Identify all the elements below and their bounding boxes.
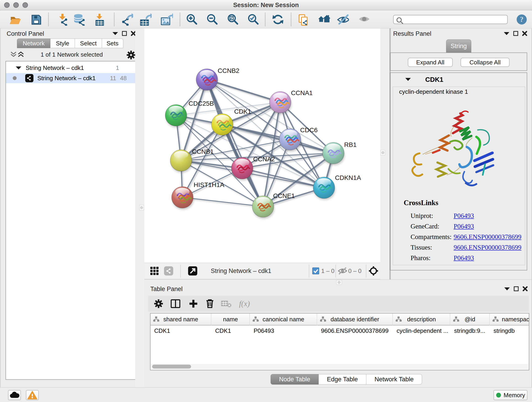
collection-caret-icon[interactable] — [16, 66, 22, 70]
tab-select[interactable]: Select — [75, 38, 102, 48]
crosslink-link[interactable]: P06493 — [454, 212, 474, 220]
gene-details: cyclin-dependent kinase 1 CrossLinks Uni… — [393, 87, 525, 265]
tab-edge-table[interactable]: Edge Table — [319, 374, 366, 385]
import-table-button[interactable] — [93, 13, 105, 26]
export-network-button[interactable] — [121, 13, 133, 26]
gene-description: cyclin-dependent kinase 1 — [399, 88, 468, 95]
collapse-gene-caret-icon[interactable] — [405, 77, 411, 81]
maximize-panel-icon[interactable] — [513, 31, 518, 36]
help-button[interactable]: ? — [516, 14, 527, 25]
table-splitter-handle[interactable] — [336, 280, 342, 285]
float-panel-icon[interactable] — [504, 32, 510, 35]
zoom-fit-button[interactable] — [227, 13, 239, 26]
table-horizontal-scrollbar[interactable] — [151, 364, 528, 370]
tab-node-table[interactable]: Node Table — [271, 374, 319, 385]
crosslink-link[interactable]: 9606.ENSP00000378699 — [454, 244, 521, 251]
results-panel: Results Panel String Expand All Collapse… — [391, 28, 532, 279]
titlebar: Session: New Session — [0, 0, 532, 10]
table-cell[interactable]: P06493 — [250, 326, 317, 336]
copy-style-button[interactable] — [298, 13, 309, 26]
table-columns-icon[interactable] — [171, 299, 180, 308]
tab-string[interactable]: String — [446, 39, 471, 53]
detach-view-icon[interactable] — [188, 266, 197, 275]
tab-network[interactable]: Network — [17, 38, 51, 48]
table-cell[interactable]: CDK1 — [211, 326, 250, 336]
float-panel-icon[interactable] — [504, 287, 510, 291]
maximize-panel-icon[interactable] — [122, 31, 127, 36]
crosslink-row: GeneCard: P06493 — [411, 223, 439, 230]
crosslink-link[interactable]: P06493 — [454, 223, 474, 230]
column-header-canonical-name[interactable]: canonical name — [250, 313, 317, 325]
table-toolbar: f(x) — [148, 296, 529, 312]
export-image-button[interactable] — [160, 13, 173, 26]
column-header-@id[interactable]: @id — [450, 313, 490, 325]
memory-button[interactable]: Memory — [494, 390, 527, 400]
network-share-icon[interactable] — [164, 266, 173, 275]
window-title: Session: New Session — [0, 0, 532, 10]
toolbar-separator — [265, 13, 266, 26]
table-cell[interactable]: stringdb:9... — [450, 326, 490, 336]
control-panel: Control Panel NetworkStyleSelectSets 1 o… — [2, 28, 135, 387]
zoom-selected-button[interactable] — [247, 13, 259, 26]
tab-style[interactable]: Style — [51, 38, 75, 48]
close-panel-icon[interactable] — [522, 286, 528, 292]
left-splitter-handle[interactable] — [139, 205, 144, 211]
tab-sets[interactable]: Sets — [102, 38, 123, 48]
search-input[interactable] — [393, 15, 508, 24]
hide-selected-button[interactable] — [336, 14, 349, 25]
cloud-status-button[interactable] — [8, 390, 21, 400]
expand-all-button[interactable]: Expand All — [408, 58, 453, 67]
table-cell[interactable]: CDK1 — [151, 326, 211, 336]
selected-checkbox-icon[interactable] — [312, 268, 319, 274]
gene-section-header[interactable]: CDK1 — [390, 73, 527, 86]
table-delete-icon[interactable] — [206, 299, 214, 308]
column-header-description[interactable]: description — [393, 313, 450, 325]
column-header-database-identifier[interactable]: database identifier — [317, 313, 393, 325]
float-panel-icon[interactable] — [112, 32, 118, 35]
save-session-button[interactable] — [30, 13, 42, 26]
network-canvas[interactable]: CCNB2CCNA1CDC25BCDK1CDC6RB1CCNB1CCNA2CDK… — [144, 28, 380, 263]
tree-row-network[interactable]: String Network – cdk1 11 48 — [6, 73, 136, 83]
network-current-dot-icon — [13, 76, 17, 80]
tree-row-collection[interactable]: String Network – cdk1 1 — [6, 63, 136, 73]
crosslink-link[interactable]: P06493 — [454, 254, 474, 262]
maximize-panel-icon[interactable] — [514, 286, 519, 291]
refresh-button[interactable] — [272, 13, 284, 26]
warnings-button[interactable] — [26, 390, 39, 400]
table-cell[interactable]: stringdb — [490, 326, 529, 336]
tab-network-table[interactable]: Network Table — [366, 374, 422, 385]
export-table-button[interactable] — [139, 13, 152, 26]
column-header-shared-name[interactable]: shared name — [151, 313, 211, 325]
home-layout-button[interactable] — [317, 14, 330, 25]
crosslink-label: Uniprot: — [411, 212, 433, 219]
node-CCNB1 — [170, 150, 192, 172]
zoom-out-button[interactable] — [206, 13, 218, 26]
zoom-in-button[interactable] — [186, 13, 198, 26]
table-function-icon: f(x) — [239, 299, 250, 308]
table-settings-gear-icon[interactable] — [154, 299, 163, 308]
column-header-name[interactable]: name — [211, 313, 250, 325]
open-session-button[interactable] — [9, 13, 21, 26]
birdseye-crosshair-icon[interactable] — [368, 266, 379, 276]
import-network-database-button[interactable] — [72, 13, 86, 26]
show-all-button[interactable] — [357, 14, 370, 25]
collapse-all-button[interactable]: Collapse All — [461, 58, 510, 67]
close-panel-icon[interactable] — [522, 31, 527, 36]
crosslink-link[interactable]: 9606.ENSP00000378699 — [454, 233, 521, 241]
collection-count: 1 — [116, 64, 119, 71]
table-cell[interactable]: 9606.ENSP00000378699 — [317, 326, 393, 336]
import-network-button[interactable] — [56, 13, 69, 26]
network-options-gear-icon[interactable] — [127, 51, 136, 60]
column-header-namespace[interactable]: namespace — [490, 313, 529, 325]
node-HIST1H1A — [172, 186, 194, 210]
right-splitter-handle[interactable] — [380, 150, 385, 155]
scrollbar-thumb[interactable] — [152, 365, 191, 369]
table-tabs: Node TableEdge TableNetwork Table — [271, 374, 422, 385]
node-label-CDC6: CDC6 — [300, 127, 317, 134]
crosslink-row: Compartments: 9606.ENSP00000378699 — [411, 233, 452, 241]
table-add-column-icon[interactable] — [189, 299, 198, 308]
table-cell[interactable]: cyclin-dependent ... — [393, 326, 450, 336]
results-controls: Expand All Collapse All — [390, 52, 527, 71]
node-label-CCNB1: CCNB1 — [192, 148, 214, 155]
show-grid-icon[interactable] — [150, 267, 159, 275]
